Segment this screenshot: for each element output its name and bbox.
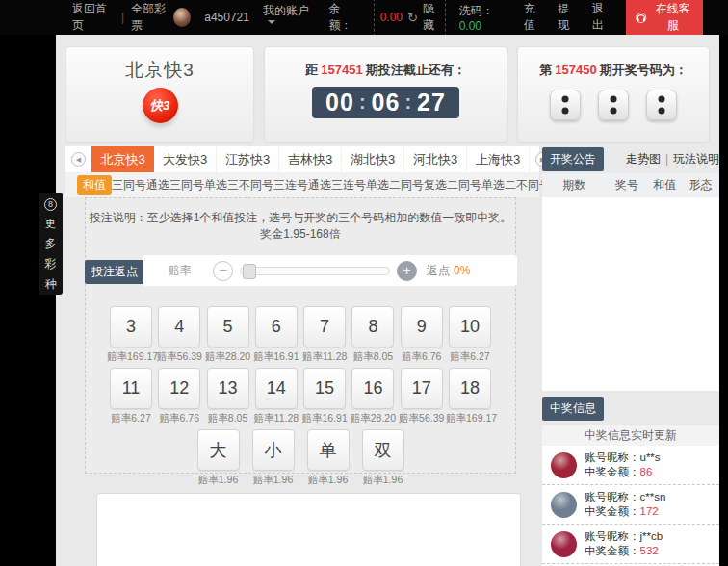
recharge-link[interactable]: 充值: [524, 1, 544, 34]
game-tabs-row: ◀ 北京快3大发快3江苏快3吉林快3湖北快3河北快3上海快3 ▶: [65, 146, 539, 172]
bet-option: 9赔率6.76: [398, 306, 446, 364]
countdown-clock: 000627: [312, 87, 459, 118]
hide-balance-button[interactable]: 隐藏: [423, 1, 439, 34]
bet-cell-17[interactable]: 17: [401, 368, 443, 409]
bet-cell-小[interactable]: 小: [252, 429, 295, 471]
bet-cell-10[interactable]: 10: [449, 306, 491, 347]
winners-badge: 中奖信息: [542, 397, 604, 421]
die-dot: [659, 108, 665, 115]
bet-grid-row: 大赔率1.96小赔率1.96单赔率1.96双赔率1.96: [107, 429, 494, 487]
bet-type-三连号单选[interactable]: 三连号单选: [331, 177, 389, 193]
rebate-slider-bar: 赔率 − + 返点0%: [143, 255, 517, 286]
bet-odds: 赔率1.96: [304, 474, 352, 487]
my-account-menu[interactable]: 我的账户: [263, 3, 316, 33]
more-lottery-char: 彩: [45, 254, 57, 274]
bet-odds: 赔率1.96: [249, 474, 298, 487]
bet-cell-3[interactable]: 3: [110, 306, 152, 347]
refresh-icon[interactable]: ↻: [407, 11, 418, 25]
winner-amount-label: 中奖金额：: [585, 505, 640, 517]
bet-cell-双[interactable]: 双: [362, 429, 404, 471]
winner-amount: 中奖金额：172: [585, 504, 665, 519]
results-column-header: 形态: [682, 177, 719, 193]
winner-amount: 中奖金额：86: [585, 465, 661, 479]
tab-北京快3[interactable]: 北京快3: [91, 146, 154, 172]
rebate-readout: 返点0%: [427, 263, 470, 279]
bet-instruction: 投注说明：至少选择1个和值投注，选号与开奖的三个号码相加的数值一致即中奖。奖金1…: [86, 210, 515, 243]
bet-type-二同号单选[interactable]: 二同号单选: [447, 177, 505, 193]
winner-info: 账号昵称：c**sn中奖金额：172: [585, 490, 665, 519]
bet-type-和值[interactable]: 和值: [77, 175, 112, 195]
tab-江苏快3[interactable]: 江苏快3: [217, 146, 279, 172]
bet-cell-5[interactable]: 5: [207, 306, 249, 347]
user-avatar[interactable]: [173, 8, 191, 27]
rebate-plus-button[interactable]: +: [397, 261, 417, 281]
trend-chart-link[interactable]: 走势图: [626, 151, 661, 167]
results-column-header: 期数: [542, 177, 607, 193]
bet-cell-6[interactable]: 6: [255, 306, 298, 347]
drawn-issue-number: 157450: [552, 63, 599, 77]
bet-cell-18[interactable]: 18: [449, 368, 491, 409]
die-dot: [659, 95, 665, 102]
turnover-group: 洗码：0.00: [459, 3, 510, 33]
bet-option: 17赔率56.39: [398, 368, 446, 425]
logout-link[interactable]: 退出: [592, 1, 612, 34]
rebate-slider-row: 投注返点 赔率 − + 返点0%: [86, 255, 515, 286]
draw-announcement-button[interactable]: 开奖公告: [542, 147, 604, 171]
bet-odds: 赔率1.96: [359, 474, 407, 487]
bet-type-三不同号[interactable]: 三不同号: [227, 177, 273, 193]
winner-avatar: [551, 492, 577, 518]
bet-cell-大[interactable]: 大: [197, 429, 240, 471]
countdown-label: 距157451期投注截止还有：: [265, 62, 507, 79]
bet-option: 大赔率1.96: [195, 429, 243, 487]
topbar-divider: |: [121, 11, 124, 24]
bet-cell-11[interactable]: 11: [110, 368, 152, 409]
bet-cell-15[interactable]: 15: [303, 368, 346, 409]
tab-大发快3[interactable]: 大发快3: [154, 146, 217, 172]
die-face-2: [598, 90, 629, 120]
tab-吉林快3[interactable]: 吉林快3: [279, 146, 342, 172]
bet-odds: 赔率56.39: [398, 412, 446, 425]
game-logo-icon: 快3: [143, 88, 178, 123]
die-face-2: [550, 90, 581, 120]
results-column-header: 奖号: [607, 177, 648, 193]
online-service-button[interactable]: 在线客服: [626, 0, 703, 38]
winner-avatar: [551, 452, 577, 478]
bet-odds: 赔率6.27: [446, 350, 494, 364]
bet-cell-9[interactable]: 9: [401, 306, 443, 347]
bet-type-三连号通选[interactable]: 三连号通选: [273, 177, 331, 193]
tab-上海快3[interactable]: 上海快3: [467, 146, 530, 172]
all-lottery-link[interactable]: 全部彩票: [131, 1, 173, 34]
bet-cell-16[interactable]: 16: [351, 368, 394, 409]
tab-湖北快3[interactable]: 湖北快3: [342, 146, 404, 172]
rebate-slider-handle[interactable]: [243, 264, 256, 279]
bet-cell-13[interactable]: 13: [207, 368, 249, 409]
game-info-panel: 北京快3 快3: [65, 46, 254, 142]
bet-cell-单[interactable]: 单: [307, 429, 350, 471]
more-lottery-tab[interactable]: 8 更多彩种: [39, 193, 63, 295]
more-lottery-label: 更多彩种: [45, 214, 57, 295]
tab-河北快3[interactable]: 河北快3: [404, 146, 467, 172]
rebate-slider-track[interactable]: [240, 267, 390, 275]
bet-cell-7[interactable]: 7: [303, 306, 346, 347]
bet-odds: 赔率6.76: [155, 412, 203, 425]
rebate-minus-button[interactable]: −: [213, 261, 233, 281]
play-rules-link[interactable]: 玩法说明: [673, 151, 719, 167]
bet-type-三同号通选[interactable]: 三同号通选: [112, 177, 169, 193]
turnover-label: 洗码：: [459, 4, 494, 17]
bet-option: 15赔率16.91: [300, 368, 349, 425]
bet-type-三同号单选[interactable]: 三同号单选: [169, 177, 227, 193]
bet-type-二同号复选[interactable]: 二同号复选: [389, 177, 447, 193]
home-link[interactable]: 返回首页: [72, 1, 115, 34]
tabs-scroll-left-icon[interactable]: ◀: [71, 152, 86, 167]
bet-cell-14[interactable]: 14: [255, 368, 298, 409]
bet-cell-4[interactable]: 4: [158, 306, 200, 347]
withdraw-link[interactable]: 提现: [558, 1, 578, 34]
bet-cell-8[interactable]: 8: [351, 306, 394, 347]
winners-subtitle: 中奖信息实时更新: [542, 425, 719, 446]
bet-option: 14赔率11.28: [252, 368, 300, 425]
links-divider: [661, 152, 673, 166]
winner-avatar: [551, 531, 577, 557]
bet-cell-12[interactable]: 12: [158, 368, 200, 409]
winner-row: 账号昵称：u**s中奖金额：86: [542, 446, 719, 485]
bet-odds: 赔率16.91: [252, 350, 300, 364]
